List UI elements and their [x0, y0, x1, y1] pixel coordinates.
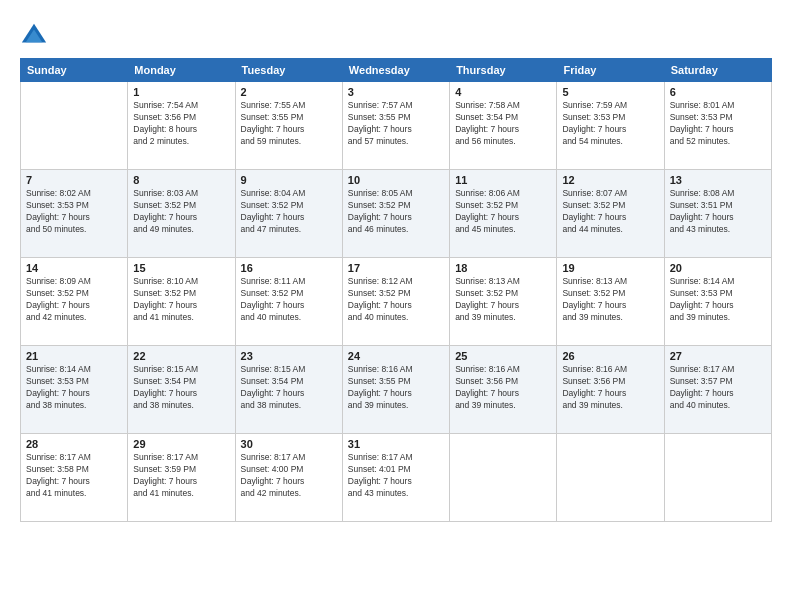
- calendar-week-row: 7Sunrise: 8:02 AMSunset: 3:53 PMDaylight…: [21, 170, 772, 258]
- day-info: Sunrise: 8:07 AMSunset: 3:52 PMDaylight:…: [562, 188, 658, 236]
- calendar-header-row: SundayMondayTuesdayWednesdayThursdayFrid…: [21, 59, 772, 82]
- day-info: Sunrise: 8:15 AMSunset: 3:54 PMDaylight:…: [241, 364, 337, 412]
- calendar-cell: 17Sunrise: 8:12 AMSunset: 3:52 PMDayligh…: [342, 258, 449, 346]
- calendar-cell: 15Sunrise: 8:10 AMSunset: 3:52 PMDayligh…: [128, 258, 235, 346]
- day-number: 25: [455, 350, 551, 362]
- day-number: 6: [670, 86, 766, 98]
- calendar-cell: 29Sunrise: 8:17 AMSunset: 3:59 PMDayligh…: [128, 434, 235, 522]
- day-number: 28: [26, 438, 122, 450]
- calendar-cell: 25Sunrise: 8:16 AMSunset: 3:56 PMDayligh…: [450, 346, 557, 434]
- calendar-cell: 11Sunrise: 8:06 AMSunset: 3:52 PMDayligh…: [450, 170, 557, 258]
- day-number: 9: [241, 174, 337, 186]
- day-info: Sunrise: 8:08 AMSunset: 3:51 PMDaylight:…: [670, 188, 766, 236]
- day-number: 13: [670, 174, 766, 186]
- calendar-cell: 4Sunrise: 7:58 AMSunset: 3:54 PMDaylight…: [450, 82, 557, 170]
- day-info: Sunrise: 8:12 AMSunset: 3:52 PMDaylight:…: [348, 276, 444, 324]
- day-info: Sunrise: 8:16 AMSunset: 3:56 PMDaylight:…: [455, 364, 551, 412]
- day-info: Sunrise: 8:11 AMSunset: 3:52 PMDaylight:…: [241, 276, 337, 324]
- day-number: 29: [133, 438, 229, 450]
- calendar-cell: 1Sunrise: 7:54 AMSunset: 3:56 PMDaylight…: [128, 82, 235, 170]
- calendar-cell: 14Sunrise: 8:09 AMSunset: 3:52 PMDayligh…: [21, 258, 128, 346]
- day-info: Sunrise: 8:10 AMSunset: 3:52 PMDaylight:…: [133, 276, 229, 324]
- day-info: Sunrise: 8:09 AMSunset: 3:52 PMDaylight:…: [26, 276, 122, 324]
- calendar-cell: 2Sunrise: 7:55 AMSunset: 3:55 PMDaylight…: [235, 82, 342, 170]
- day-info: Sunrise: 8:03 AMSunset: 3:52 PMDaylight:…: [133, 188, 229, 236]
- calendar-cell: 30Sunrise: 8:17 AMSunset: 4:00 PMDayligh…: [235, 434, 342, 522]
- weekday-header: Tuesday: [235, 59, 342, 82]
- day-number: 17: [348, 262, 444, 274]
- calendar-cell: 19Sunrise: 8:13 AMSunset: 3:52 PMDayligh…: [557, 258, 664, 346]
- day-info: Sunrise: 8:17 AMSunset: 3:58 PMDaylight:…: [26, 452, 122, 500]
- day-info: Sunrise: 7:58 AMSunset: 3:54 PMDaylight:…: [455, 100, 551, 148]
- day-number: 12: [562, 174, 658, 186]
- day-number: 27: [670, 350, 766, 362]
- day-info: Sunrise: 8:01 AMSunset: 3:53 PMDaylight:…: [670, 100, 766, 148]
- day-number: 22: [133, 350, 229, 362]
- day-number: 3: [348, 86, 444, 98]
- day-info: Sunrise: 8:04 AMSunset: 3:52 PMDaylight:…: [241, 188, 337, 236]
- calendar-cell: 16Sunrise: 8:11 AMSunset: 3:52 PMDayligh…: [235, 258, 342, 346]
- day-info: Sunrise: 8:05 AMSunset: 3:52 PMDaylight:…: [348, 188, 444, 236]
- day-info: Sunrise: 8:16 AMSunset: 3:56 PMDaylight:…: [562, 364, 658, 412]
- calendar-cell: 21Sunrise: 8:14 AMSunset: 3:53 PMDayligh…: [21, 346, 128, 434]
- calendar-cell: 22Sunrise: 8:15 AMSunset: 3:54 PMDayligh…: [128, 346, 235, 434]
- day-number: 14: [26, 262, 122, 274]
- day-number: 18: [455, 262, 551, 274]
- day-number: 19: [562, 262, 658, 274]
- calendar-cell: 26Sunrise: 8:16 AMSunset: 3:56 PMDayligh…: [557, 346, 664, 434]
- logo-icon: [20, 22, 48, 50]
- calendar-cell: 10Sunrise: 8:05 AMSunset: 3:52 PMDayligh…: [342, 170, 449, 258]
- calendar-cell: [450, 434, 557, 522]
- weekday-header: Friday: [557, 59, 664, 82]
- logo: [20, 22, 50, 50]
- day-number: 10: [348, 174, 444, 186]
- day-info: Sunrise: 7:55 AMSunset: 3:55 PMDaylight:…: [241, 100, 337, 148]
- calendar-cell: 27Sunrise: 8:17 AMSunset: 3:57 PMDayligh…: [664, 346, 771, 434]
- day-info: Sunrise: 8:17 AMSunset: 3:57 PMDaylight:…: [670, 364, 766, 412]
- day-number: 1: [133, 86, 229, 98]
- day-number: 15: [133, 262, 229, 274]
- day-number: 2: [241, 86, 337, 98]
- weekday-header: Monday: [128, 59, 235, 82]
- calendar-cell: 23Sunrise: 8:15 AMSunset: 3:54 PMDayligh…: [235, 346, 342, 434]
- day-number: 20: [670, 262, 766, 274]
- calendar-cell: [557, 434, 664, 522]
- calendar-cell: 24Sunrise: 8:16 AMSunset: 3:55 PMDayligh…: [342, 346, 449, 434]
- calendar-cell: 6Sunrise: 8:01 AMSunset: 3:53 PMDaylight…: [664, 82, 771, 170]
- weekday-header: Thursday: [450, 59, 557, 82]
- day-info: Sunrise: 8:06 AMSunset: 3:52 PMDaylight:…: [455, 188, 551, 236]
- weekday-header: Saturday: [664, 59, 771, 82]
- day-info: Sunrise: 8:17 AMSunset: 4:00 PMDaylight:…: [241, 452, 337, 500]
- day-info: Sunrise: 8:17 AMSunset: 3:59 PMDaylight:…: [133, 452, 229, 500]
- calendar-cell: 5Sunrise: 7:59 AMSunset: 3:53 PMDaylight…: [557, 82, 664, 170]
- day-number: 30: [241, 438, 337, 450]
- day-info: Sunrise: 8:17 AMSunset: 4:01 PMDaylight:…: [348, 452, 444, 500]
- calendar-cell: 13Sunrise: 8:08 AMSunset: 3:51 PMDayligh…: [664, 170, 771, 258]
- day-info: Sunrise: 8:16 AMSunset: 3:55 PMDaylight:…: [348, 364, 444, 412]
- calendar-cell: 20Sunrise: 8:14 AMSunset: 3:53 PMDayligh…: [664, 258, 771, 346]
- day-info: Sunrise: 7:54 AMSunset: 3:56 PMDaylight:…: [133, 100, 229, 148]
- day-info: Sunrise: 8:02 AMSunset: 3:53 PMDaylight:…: [26, 188, 122, 236]
- day-info: Sunrise: 8:13 AMSunset: 3:52 PMDaylight:…: [562, 276, 658, 324]
- weekday-header: Wednesday: [342, 59, 449, 82]
- day-info: Sunrise: 7:59 AMSunset: 3:53 PMDaylight:…: [562, 100, 658, 148]
- day-info: Sunrise: 8:14 AMSunset: 3:53 PMDaylight:…: [26, 364, 122, 412]
- calendar-week-row: 14Sunrise: 8:09 AMSunset: 3:52 PMDayligh…: [21, 258, 772, 346]
- calendar-cell: 31Sunrise: 8:17 AMSunset: 4:01 PMDayligh…: [342, 434, 449, 522]
- calendar-cell: [21, 82, 128, 170]
- page-container: SundayMondayTuesdayWednesdayThursdayFrid…: [0, 0, 792, 612]
- calendar-cell: 8Sunrise: 8:03 AMSunset: 3:52 PMDaylight…: [128, 170, 235, 258]
- day-number: 26: [562, 350, 658, 362]
- day-number: 8: [133, 174, 229, 186]
- calendar-week-row: 28Sunrise: 8:17 AMSunset: 3:58 PMDayligh…: [21, 434, 772, 522]
- day-info: Sunrise: 8:14 AMSunset: 3:53 PMDaylight:…: [670, 276, 766, 324]
- calendar-week-row: 21Sunrise: 8:14 AMSunset: 3:53 PMDayligh…: [21, 346, 772, 434]
- calendar-cell: [664, 434, 771, 522]
- day-number: 31: [348, 438, 444, 450]
- day-number: 21: [26, 350, 122, 362]
- weekday-header: Sunday: [21, 59, 128, 82]
- calendar-cell: 3Sunrise: 7:57 AMSunset: 3:55 PMDaylight…: [342, 82, 449, 170]
- calendar-cell: 28Sunrise: 8:17 AMSunset: 3:58 PMDayligh…: [21, 434, 128, 522]
- day-info: Sunrise: 8:15 AMSunset: 3:54 PMDaylight:…: [133, 364, 229, 412]
- day-number: 16: [241, 262, 337, 274]
